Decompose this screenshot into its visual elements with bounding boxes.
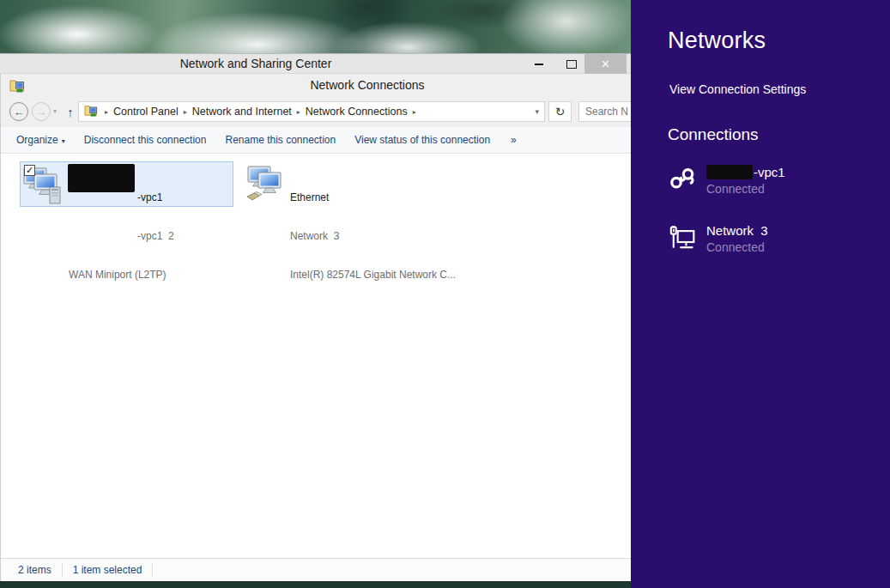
up-button[interactable]: ↑ (62, 103, 79, 120)
charm-connection-status: Connected (706, 240, 768, 254)
charm-connection-status: Connected (706, 182, 785, 196)
item-detail-network: Network 3 (290, 230, 456, 243)
charm-connection-name: -vpc1 (706, 165, 785, 179)
search-input[interactable] (578, 101, 632, 122)
file-list-area[interactable]: ✓ -vpc1 -vpc1 2 WAN Miniport (L2TP) (1, 154, 632, 558)
window-title: Network Connections (310, 78, 424, 92)
charm-vpn-connection[interactable]: -vpc1 Connected (669, 165, 785, 196)
status-divider (62, 563, 63, 577)
chevron-down-icon: ▾ (53, 107, 57, 115)
redaction-box (706, 165, 753, 179)
recent-pages-button[interactable]: ▾ (53, 107, 57, 115)
status-divider (152, 563, 153, 577)
command-toolbar: Organize▾ Disconnect this connection Ren… (1, 126, 632, 154)
breadcrumb-item-network-and-internet[interactable]: Network and Internet (192, 106, 292, 118)
items-count: 2 items (18, 564, 51, 576)
item-text: Ethernet Network 3 Intel(R) 82574L Gigab… (290, 166, 456, 307)
status-bar: 2 items 1 item selected (1, 558, 632, 581)
breadcrumb-separator-icon: ▸ (184, 108, 187, 116)
refresh-button[interactable]: ↻ (548, 101, 572, 122)
breadcrumb-location-icon (84, 104, 98, 120)
list-item-ethernet[interactable]: Ethernet Network 3 Intel(R) 82574L Gigab… (241, 161, 456, 207)
redaction-box (68, 164, 135, 192)
network-connections-app-icon (9, 78, 25, 96)
network-connections-window: Network Connections ← → ▾ ↑ ▸ Control Pa… (0, 74, 632, 581)
minimize-icon (535, 64, 543, 65)
item-name: -vpc1 (69, 191, 174, 204)
breadcrumb-separator-icon: ▸ (105, 108, 108, 116)
refresh-icon: ↻ (555, 105, 566, 118)
networks-panel-title: Networks (668, 27, 766, 54)
item-name: Ethernet (290, 191, 456, 204)
check-icon: ✓ (26, 165, 33, 175)
maximize-button[interactable] (560, 54, 584, 74)
address-bar: ← → ▾ ↑ ▸ Control Panel ▸ Network and In… (1, 98, 632, 126)
rename-connection-command[interactable]: Rename this connection (225, 134, 336, 146)
vpn-icon (669, 167, 698, 194)
back-icon: ← (14, 106, 25, 118)
close-icon: × (602, 58, 609, 71)
item-detail-device: Intel(R) 82574L Gigabit Network C... (290, 269, 456, 282)
view-status-command[interactable]: View status of this connection (354, 134, 490, 146)
view-connection-settings-link[interactable]: View Connection Settings (669, 82, 806, 96)
up-icon: ↑ (67, 105, 74, 119)
item-checkbox[interactable]: ✓ (24, 165, 35, 176)
minimize-button[interactable] (527, 54, 551, 74)
breadcrumb[interactable]: ▸ Control Panel ▸ Network and Internet ▸… (78, 101, 545, 122)
window-caption-bar[interactable]: Network Connections (1, 74, 632, 98)
network-sharing-center-titlebar[interactable]: Network and Sharing Center × (0, 53, 631, 74)
connections-section-title: Connections (668, 125, 759, 144)
ethernet-connection-icon (245, 166, 288, 209)
item-detail-device: WAN Miniport (L2TP) (69, 269, 174, 282)
disconnect-connection-command[interactable]: Disconnect this connection (84, 134, 207, 146)
item-detail-network: -vpc1 2 (69, 230, 174, 243)
toolbar-overflow-button[interactable]: » (511, 134, 517, 146)
maximize-icon (566, 60, 577, 69)
charm-connection-name: Network 3 (706, 223, 768, 238)
breadcrumb-separator-icon: ▸ (413, 108, 416, 116)
back-button[interactable]: ← (9, 102, 28, 121)
selected-count: 1 item selected (73, 564, 142, 576)
organize-menu-button[interactable]: Organize▾ (16, 134, 65, 146)
wired-network-icon (669, 225, 698, 256)
organize-dropdown-icon: ▾ (62, 137, 65, 145)
close-button[interactable]: × (584, 54, 627, 74)
breadcrumb-separator-icon: ▸ (297, 108, 300, 116)
list-item-vpn-connection[interactable]: ✓ -vpc1 -vpc1 2 WAN Miniport (L2TP) (20, 161, 233, 207)
charm-network-connection[interactable]: Network 3 Connected (669, 223, 768, 256)
address-dropdown-button[interactable]: ▾ (535, 107, 539, 116)
breadcrumb-item-control-panel[interactable]: Control Panel (113, 106, 179, 118)
network-sharing-center-title: Network and Sharing Center (180, 57, 332, 70)
breadcrumb-item-network-connections[interactable]: Network Connections (306, 106, 408, 118)
forward-button[interactable]: → (32, 102, 51, 121)
forward-icon: → (36, 106, 47, 118)
networks-charm-panel: Networks View Connection Settings Connec… (631, 0, 890, 588)
